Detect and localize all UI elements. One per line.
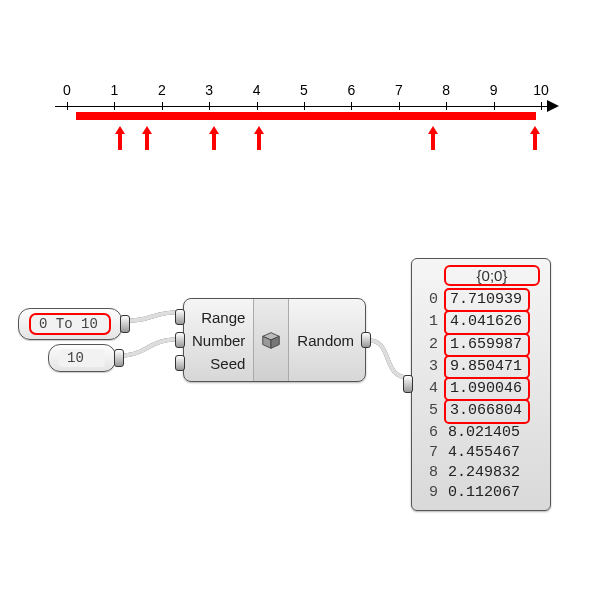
output-row-value: 4.041626 xyxy=(444,310,530,334)
axis-tick xyxy=(257,102,258,110)
output-row: 07.710939 xyxy=(426,289,542,311)
output-row-index: 0 xyxy=(426,290,438,310)
axis-tick xyxy=(162,102,163,110)
output-row: 21.659987 xyxy=(426,334,542,356)
axis-tick-label: 3 xyxy=(205,82,213,98)
port-label-range: Range xyxy=(201,309,245,326)
component-in-ports: Range Number Seed xyxy=(184,299,254,381)
box-icon xyxy=(260,329,282,351)
axis-tick xyxy=(446,102,447,110)
output-panel-header: {0;0} xyxy=(444,265,540,286)
count-input-value: 10 xyxy=(59,349,105,367)
output-row-value: 2.249832 xyxy=(444,463,530,483)
node-canvas: 0 To 10 10 Range Number Seed Random {0;0… xyxy=(0,250,600,570)
value-arrow-icon xyxy=(427,126,437,150)
axis-tick-label: 9 xyxy=(490,82,498,98)
output-row-index: 8 xyxy=(426,463,438,483)
axis-tick xyxy=(114,102,115,110)
axis-tick xyxy=(351,102,352,110)
output-row-value: 0.112067 xyxy=(444,483,530,503)
axis-tick-label: 2 xyxy=(158,82,166,98)
input-grip-icon[interactable] xyxy=(175,309,185,325)
output-row-value: 1.659987 xyxy=(444,333,530,357)
value-arrow-icon xyxy=(208,126,218,150)
output-row-index: 6 xyxy=(426,423,438,443)
count-input-panel[interactable]: 10 xyxy=(48,344,116,372)
number-line: 012345678910 xyxy=(55,88,553,158)
axis-tick-label: 4 xyxy=(253,82,261,98)
value-arrow-icon xyxy=(141,126,151,150)
highlight-bar xyxy=(76,112,536,120)
port-label-number: Number xyxy=(192,332,245,349)
output-panel[interactable]: {0;0} 07.71093914.04162621.65998739.8504… xyxy=(411,258,551,511)
output-row-index: 3 xyxy=(426,357,438,377)
output-row: 90.112067 xyxy=(426,483,542,503)
value-arrow-icon xyxy=(253,126,263,150)
axis-tick-label: 8 xyxy=(442,82,450,98)
axis-tick-label: 0 xyxy=(63,82,71,98)
range-input-panel[interactable]: 0 To 10 xyxy=(18,308,122,340)
output-grip-icon[interactable] xyxy=(120,315,130,333)
output-row: 39.850471 xyxy=(426,356,542,378)
output-row-value: 1.090046 xyxy=(444,377,530,401)
output-row-value: 8.021405 xyxy=(444,423,530,443)
axis-tick-label: 7 xyxy=(395,82,403,98)
range-input-value: 0 To 10 xyxy=(29,313,111,335)
output-row-value: 3.066804 xyxy=(444,399,530,423)
output-grip-icon[interactable] xyxy=(361,332,371,348)
port-label-seed: Seed xyxy=(210,355,245,372)
axis-tick-label: 10 xyxy=(533,82,549,98)
output-row-index: 1 xyxy=(426,312,438,332)
output-row-index: 2 xyxy=(426,335,438,355)
axis-tick xyxy=(67,102,68,110)
output-grip-icon[interactable] xyxy=(114,349,124,367)
input-grip-icon[interactable] xyxy=(175,332,185,348)
component-icon-slot xyxy=(254,299,288,381)
axis-tick-label: 6 xyxy=(347,82,355,98)
output-row-index: 9 xyxy=(426,483,438,503)
value-arrow-icon xyxy=(529,126,539,150)
output-row-value: 4.455467 xyxy=(444,443,530,463)
output-row: 74.455467 xyxy=(426,443,542,463)
axis-tick xyxy=(304,102,305,110)
axis-tick-label: 1 xyxy=(110,82,118,98)
component-out-ports: Random xyxy=(288,299,362,381)
axis-tick xyxy=(209,102,210,110)
output-row: 53.066804 xyxy=(426,400,542,422)
axis-tick-label: 5 xyxy=(300,82,308,98)
output-row-value: 9.850471 xyxy=(444,355,530,379)
random-component[interactable]: Range Number Seed Random xyxy=(183,298,366,382)
axis-tick xyxy=(494,102,495,110)
output-row: 41.090046 xyxy=(426,378,542,400)
output-row-index: 5 xyxy=(426,401,438,421)
port-label-random: Random xyxy=(297,332,354,349)
value-arrow-icon xyxy=(114,126,124,150)
output-row-index: 7 xyxy=(426,443,438,463)
output-row: 14.041626 xyxy=(426,311,542,333)
axis-tick xyxy=(541,102,542,110)
output-row: 68.021405 xyxy=(426,423,542,443)
output-row: 82.249832 xyxy=(426,463,542,483)
output-row-index: 4 xyxy=(426,379,438,399)
input-grip-icon[interactable] xyxy=(175,355,185,371)
axis-arrowhead-icon xyxy=(547,100,559,112)
output-row-value: 7.710939 xyxy=(444,288,530,312)
axis-tick xyxy=(399,102,400,110)
input-grip-icon[interactable] xyxy=(403,375,413,393)
